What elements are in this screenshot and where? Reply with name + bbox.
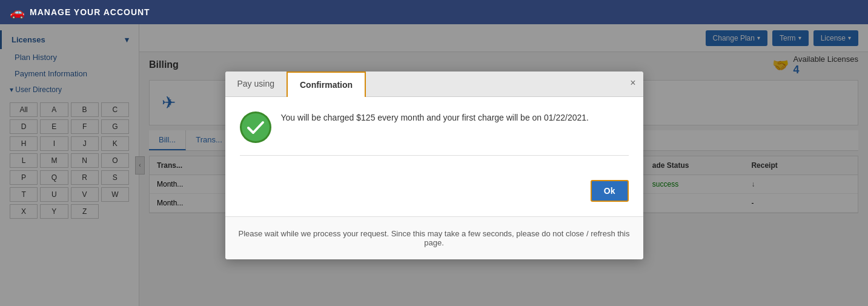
main-layout: Licenses ▾ Plan History Payment Informat… bbox=[0, 24, 868, 306]
svg-point-1 bbox=[242, 113, 270, 141]
check-circle-icon bbox=[240, 111, 271, 143]
confirmation-message: You will be charged $125 every month and… bbox=[281, 111, 589, 124]
modal-body: You will be charged $125 every month and… bbox=[225, 97, 643, 170]
modal-close-button[interactable]: × bbox=[630, 78, 635, 88]
ok-button[interactable]: Ok bbox=[591, 180, 629, 202]
confirmation-row: You will be charged $125 every month and… bbox=[240, 111, 629, 156]
modal-dialog: Pay using Confirmation × bbox=[225, 72, 643, 259]
modal-tab-pay-using[interactable]: Pay using bbox=[225, 72, 287, 96]
app-title: MANAGE YOUR ACCOUNT bbox=[30, 7, 150, 17]
car-icon: 🚗 bbox=[10, 5, 25, 19]
top-bar: 🚗 MANAGE YOUR ACCOUNT bbox=[0, 0, 868, 24]
modal-tabs: Pay using Confirmation × bbox=[225, 72, 643, 97]
processing-message: Please wait while we process your reques… bbox=[225, 216, 643, 259]
modal-overlay: Pay using Confirmation × bbox=[0, 24, 868, 306]
modal-tab-confirmation[interactable]: Confirmation bbox=[287, 72, 366, 97]
modal-footer: Ok bbox=[225, 170, 643, 211]
